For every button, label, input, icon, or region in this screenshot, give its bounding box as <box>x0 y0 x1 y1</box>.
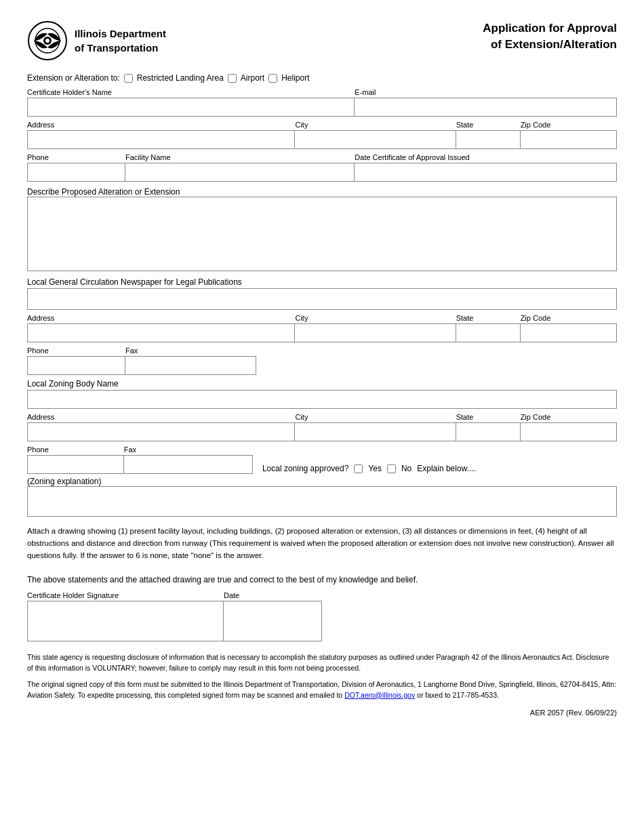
zoning-city-label: City <box>295 413 456 421</box>
zoning-zip-group: Zip Code <box>521 413 617 441</box>
zoning-name-section: Local Zoning Body Name <box>27 379 617 409</box>
newspaper-state-label: State <box>456 314 521 322</box>
footer-text-1: This state agency is requesting disclosu… <box>27 652 617 674</box>
newspaper-address-label: Address <box>27 314 295 322</box>
city-label-1: City <box>295 121 456 129</box>
zoning-city-input[interactable] <box>295 422 456 441</box>
date-cert-input[interactable] <box>355 163 617 182</box>
zoning-explanation-input[interactable] <box>27 486 617 517</box>
cert-holder-label: Certificate Holder's Name <box>27 88 355 96</box>
zoning-phone-group: Phone <box>27 445 124 474</box>
restricted-landing-checkbox[interactable] <box>124 74 133 83</box>
zoning-body-input[interactable] <box>27 390 617 409</box>
airport-checkbox[interactable] <box>228 74 237 83</box>
footer-email-link[interactable]: DOT.aero@illinois.gov <box>344 691 415 699</box>
address-row-1: Address City State Zip Code <box>27 121 617 149</box>
cert-holder-group: Certificate Holder's Name <box>27 88 355 117</box>
zoning-fax-input[interactable] <box>124 455 253 474</box>
zoning-phone-fax-row: Phone Fax Local zoning approved? Yes No … <box>27 445 617 474</box>
zoning-fax-label: Fax <box>124 445 253 454</box>
phone-label-1: Phone <box>27 153 125 161</box>
heliport-label: Heliport <box>281 73 309 83</box>
zoning-zip-label: Zip Code <box>521 413 617 421</box>
idot-logo <box>27 20 68 61</box>
facility-input[interactable] <box>125 163 355 182</box>
zoning-fax-group: Fax <box>124 445 253 474</box>
zoning-phone-input[interactable] <box>27 455 124 474</box>
newspaper-city-input[interactable] <box>295 323 456 342</box>
svg-point-3 <box>45 39 49 43</box>
form-title: Application for Approval of Extension/Al… <box>483 20 617 53</box>
newspaper-fax-label: Fax <box>125 346 256 355</box>
facility-group: Facility Name <box>125 153 355 182</box>
email-group: E-mail <box>355 88 617 117</box>
state-input-1[interactable] <box>456 130 521 149</box>
newspaper-phone-label: Phone <box>27 346 125 355</box>
newspaper-state-group: State <box>456 314 521 342</box>
address-input-1[interactable] <box>27 130 295 149</box>
cert-sig-group: Certificate Holder Signature <box>27 591 224 641</box>
cert-holder-input[interactable] <box>27 98 355 117</box>
zoning-phone-label: Phone <box>27 445 124 454</box>
state-label-1: State <box>456 121 521 129</box>
page-header: Illinois Department of Transportation Ap… <box>27 20 617 61</box>
email-input[interactable] <box>355 98 617 117</box>
newspaper-fax-group: Fax <box>125 346 256 375</box>
address-group-1: Address <box>27 121 295 149</box>
newspaper-zip-input[interactable] <box>521 323 617 342</box>
zip-input-1[interactable] <box>521 130 617 149</box>
newspaper-phone-input[interactable] <box>27 356 125 375</box>
zoning-address-input[interactable] <box>27 422 295 441</box>
cert-sig-box[interactable] <box>27 601 224 641</box>
city-input-1[interactable] <box>295 130 456 149</box>
title-line2: of Extension/Alteration <box>491 38 617 51</box>
zoning-no-checkbox[interactable] <box>387 464 396 473</box>
date-sig-label: Date <box>224 591 322 599</box>
newspaper-label: Local General Circulation Newspaper for … <box>27 277 242 287</box>
yes-label: Yes <box>368 464 382 473</box>
zoning-approved-label: Local zoning approved? <box>262 464 348 473</box>
newspaper-phone-fax-row: Phone Fax <box>27 346 617 375</box>
newspaper-state-input[interactable] <box>456 323 521 342</box>
newspaper-address-row: Address City State Zip Code <box>27 314 617 342</box>
heliport-checkbox[interactable] <box>268 74 277 83</box>
zip-label-1: Zip Code <box>521 121 617 129</box>
zoning-yes-checkbox[interactable] <box>354 464 363 473</box>
newspaper-zip-group: Zip Code <box>521 314 617 342</box>
newspaper-input[interactable] <box>27 288 617 310</box>
footer-text-2: The original signed copy of this form mu… <box>27 679 617 701</box>
phone-input-1[interactable] <box>27 163 125 182</box>
extension-label: Extension or Alteration to: <box>27 73 120 83</box>
cert-sig-label: Certificate Holder Signature <box>27 591 224 599</box>
zip-group-1: Zip Code <box>521 121 617 149</box>
date-cert-label: Date Certificate of Approval Issued <box>355 153 617 161</box>
newspaper-zip-label: Zip Code <box>521 314 617 322</box>
date-sig-group: Date <box>224 591 322 641</box>
city-group-1: City <box>295 121 456 149</box>
state-group-1: State <box>456 121 521 149</box>
signature-row: Certificate Holder Signature Date <box>27 591 617 641</box>
zoning-body-label: Local Zoning Body Name <box>27 379 119 389</box>
date-cert-group: Date Certificate of Approval Issued <box>355 153 617 182</box>
zoning-address-group: Address <box>27 413 295 441</box>
zoning-city-group: City <box>295 413 456 441</box>
date-sig-box[interactable] <box>224 601 322 641</box>
zoning-zip-input[interactable] <box>521 422 617 441</box>
email-label: E-mail <box>355 88 617 96</box>
newspaper-section: Local General Circulation Newspaper for … <box>27 277 617 310</box>
describe-input[interactable] <box>27 197 617 271</box>
address-label-1: Address <box>27 121 295 129</box>
zoning-address-row: Address City State Zip Code <box>27 413 617 441</box>
logo-area: Illinois Department of Transportation <box>27 20 166 61</box>
zoning-state-label: State <box>456 413 521 421</box>
zoning-address-label: Address <box>27 413 295 421</box>
phone-facility-row: Phone Facility Name Date Certificate of … <box>27 153 617 182</box>
extension-type-row: Extension or Alteration to: Restricted L… <box>27 73 617 83</box>
statements-paragraph: The above statements and the attached dr… <box>27 575 617 584</box>
title-line1: Application for Approval <box>483 22 617 35</box>
logo-text: Illinois Department of Transportation <box>75 26 166 55</box>
newspaper-address-input[interactable] <box>27 323 295 342</box>
newspaper-fax-input[interactable] <box>125 356 256 375</box>
zoning-state-input[interactable] <box>456 422 521 441</box>
form-number: AER 2057 (Rev. 06/09/22) <box>27 709 617 717</box>
